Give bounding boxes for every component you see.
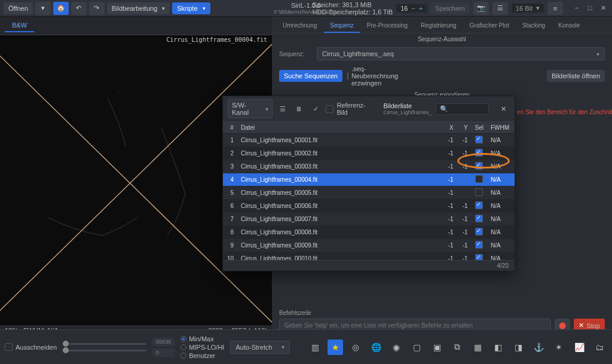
tab-sequenz[interactable]: Sequenz — [324, 19, 359, 33]
preview-filename: Cirrus_Lightframes_00004.fit — [166, 36, 267, 43]
open-menu-button[interactable]: ▾ — [35, 2, 51, 15]
dialog-footer: 4/20 — [223, 260, 515, 271]
maximize-button[interactable]: □ — [585, 4, 595, 12]
anchor-icon[interactable]: ⚓ — [531, 339, 546, 355]
snapshot-button[interactable]: 📷 — [473, 2, 489, 15]
tab-registrierung[interactable]: Registrierung — [415, 19, 462, 33]
tab-bw[interactable]: B&W — [5, 19, 34, 32]
table-row[interactable]: 8Cirrus_Lightframes_00008.fit-1-1N/A — [223, 226, 515, 239]
tab-umrechnung[interactable]: Umrechnung — [277, 19, 323, 33]
autostretch-combo[interactable]: Auto-Stretch — [230, 341, 290, 354]
stepper-minus-icon[interactable]: − — [409, 5, 417, 12]
tab-konsole[interactable]: Konsole — [552, 19, 586, 33]
cut-checkbox[interactable]: Ausschneiden — [5, 343, 57, 351]
col-file[interactable]: Datei — [237, 122, 443, 134]
menu-button[interactable]: ≡ — [547, 2, 563, 15]
table-row[interactable]: 2Cirrus_Lightframes_00002.fit-1-1N/A — [223, 147, 515, 160]
plot-icon[interactable]: 📈 — [571, 339, 587, 355]
globe-icon[interactable]: 🌐 — [368, 339, 384, 355]
command-label: Befehlszeile — [279, 310, 605, 316]
stepper-plus-icon[interactable]: + — [417, 5, 424, 12]
zero-button[interactable]: 0 — [152, 348, 175, 357]
svg-point-8 — [90, 247, 90, 248]
svg-point-10 — [36, 289, 36, 290]
row-checkbox[interactable] — [475, 201, 483, 209]
histogram-icon[interactable]: ▥ — [307, 339, 323, 355]
bits-selector[interactable]: 16 Bit▾ — [512, 4, 544, 13]
col-y[interactable]: Y — [457, 122, 472, 134]
col-index[interactable]: # — [223, 122, 237, 134]
tab-pre-processing[interactable]: Pre-Processing — [361, 19, 414, 33]
col-fwhm[interactable]: FWHM — [487, 122, 515, 134]
svg-point-9 — [221, 223, 221, 224]
table-row[interactable]: 5Cirrus_Lightframes_00005.fit-1N/A — [223, 186, 515, 200]
minimize-button[interactable]: − — [571, 4, 582, 12]
row-checkbox[interactable] — [475, 241, 483, 249]
open-button[interactable]: Öffnen — [4, 2, 33, 14]
scripts-menu[interactable]: Skripte — [172, 2, 210, 14]
colorize-icon[interactable]: ◨ — [510, 339, 526, 355]
stack-icon[interactable]: 🗂 — [592, 339, 607, 355]
layers-icon[interactable]: ⧉ — [449, 339, 465, 355]
grid-icon[interactable]: ▦ — [470, 339, 485, 355]
tool-icons: ▥ ★ ◎ 🌐 ◉ ▢ ▣ ⧉ ▦ ◧ ◨ ⚓ ✶ 📈 🗂 — [307, 339, 607, 355]
stretch-mode-radios: Min/Max MIPS-LO/HI Benutzer — [180, 335, 224, 359]
image-table[interactable]: # Datei X Y Sel FWHM 1Cirrus_Lightframes… — [223, 122, 515, 260]
svg-point-2 — [72, 56, 72, 57]
check-icon[interactable]: ✓ — [310, 103, 323, 115]
svg-point-11 — [179, 295, 179, 295]
row-checkbox[interactable] — [475, 136, 483, 143]
tab-grafischer plot[interactable]: Grafischer Plot — [464, 19, 515, 33]
window2-icon[interactable]: ▣ — [429, 339, 445, 355]
headers-button[interactable]: ☰ — [492, 2, 508, 15]
col-x[interactable]: X — [443, 122, 457, 134]
table-row[interactable]: 3Cirrus_Lightframes_00003.fit-1-1N/A — [223, 160, 515, 173]
checkbox-icon — [326, 105, 333, 113]
channel-combo[interactable]: S/W-Kanal — [228, 99, 273, 118]
close-window-button[interactable]: ✕ — [598, 4, 608, 12]
eraser-icon[interactable]: ◧ — [490, 339, 506, 355]
star-icon[interactable]: ✶ — [551, 339, 567, 355]
export-icon[interactable]: 🗎 — [293, 103, 306, 115]
tab-stacking[interactable]: Stacking — [516, 19, 551, 33]
table-row[interactable]: 9Cirrus_Lightframes_00009.fit-1-1N/A — [223, 239, 515, 252]
target-icon[interactable]: ◎ — [348, 339, 363, 355]
sequence-label: Sequenz: — [279, 51, 312, 57]
low-slider[interactable] — [63, 343, 146, 345]
row-checkbox[interactable] — [475, 188, 483, 196]
refimg-checkbox[interactable]: Referenz-Bild — [326, 102, 376, 116]
high-slider[interactable] — [63, 350, 146, 351]
row-checkbox[interactable] — [475, 149, 483, 157]
undo-button[interactable]: ↶ — [71, 2, 87, 15]
home-button[interactable]: 🏠 — [53, 2, 69, 15]
recalc-checkbox[interactable]: .seq-Neuberechnung erzwingen — [347, 65, 380, 87]
table-row[interactable]: 10Cirrus_Lightframes_00010.fit-1-1N/A — [223, 252, 515, 261]
dialog-close-button[interactable]: ✕ — [497, 104, 510, 114]
max-button[interactable]: 65535 — [152, 338, 175, 346]
layer-stepper[interactable]: 16 − + — [396, 4, 427, 13]
row-checkbox[interactable] — [475, 175, 483, 183]
image-edit-menu[interactable]: Bildbearbeitung — [107, 2, 170, 14]
table-row[interactable]: 6Cirrus_Lightframes_00006.fit-1-1N/A — [223, 200, 515, 213]
save-button[interactable]: Speichern — [430, 2, 470, 14]
row-checkbox[interactable] — [475, 162, 483, 170]
circle-target-icon[interactable]: ◉ — [388, 339, 404, 355]
starnet-icon[interactable]: ★ — [328, 339, 343, 355]
table-row[interactable]: 7Cirrus_Lightframes_00007.fit-1-1N/A — [223, 213, 515, 226]
col-sel[interactable]: Sel — [472, 122, 487, 134]
search-sequences-button[interactable]: Suche Sequenzen — [279, 70, 342, 82]
window1-icon[interactable]: ▢ — [409, 339, 424, 355]
svg-point-4 — [191, 68, 192, 69]
sequence-combo[interactable]: Cirrus_Lightframes_.seq — [317, 47, 605, 60]
dialog-toolbar: S/W-Kanal ☰ 🗎 ✓ Referenz-Bild Bilderlist… — [223, 96, 515, 122]
redo-button[interactable]: ↷ — [89, 2, 105, 15]
row-checkbox[interactable] — [475, 228, 483, 235]
table-row[interactable]: 1Cirrus_Lightframes_00001.fit-1-1N/A — [223, 134, 515, 147]
list-icon[interactable]: ☰ — [276, 103, 289, 115]
row-checkbox[interactable] — [475, 215, 483, 222]
section-selection: Sequenz-Auswahl — [272, 33, 612, 45]
table-row[interactable]: 4Cirrus_Lightframes_00004.fit-1N/A — [223, 173, 515, 186]
open-imagelist-button[interactable]: Bilderliste öffnen — [547, 70, 605, 82]
row-checkbox[interactable] — [475, 254, 483, 260]
dialog-search[interactable]: 🔍 — [436, 103, 489, 115]
